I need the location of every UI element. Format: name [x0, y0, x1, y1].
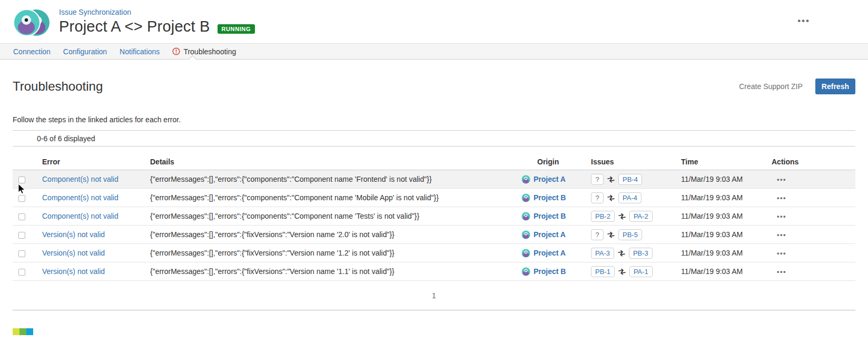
row-checkbox[interactable]	[18, 269, 25, 276]
app-header: Issue Synchronization Project A <> Proje…	[0, 0, 868, 43]
origin-project-link[interactable]: Project A	[534, 249, 566, 257]
column-header-error: Error	[42, 158, 150, 166]
error-details: {"errorMessages":[],"errors":{"fixVersio…	[150, 267, 519, 276]
row-checkbox[interactable]	[18, 177, 25, 183]
issue-badge-right[interactable]: PB-4	[618, 174, 642, 185]
warning-icon	[172, 47, 180, 55]
tab-bar: Connection Configuration Notifications T…	[0, 43, 868, 60]
error-details: {"errorMessages":[],"errors":{"fixVersio…	[150, 249, 519, 257]
error-link[interactable]: Version(s) not valid	[42, 267, 105, 276]
error-link[interactable]: Component(s) not valid	[42, 212, 119, 220]
issue-badge-right[interactable]: PA-1	[629, 266, 653, 277]
tab-configuration[interactable]: Configuration	[63, 47, 107, 56]
pagination: 1	[13, 281, 855, 310]
displayed-count: 0-6 of 6 displayed	[37, 134, 95, 143]
column-header-origin: Origin	[519, 158, 590, 166]
issue-badge-left[interactable]: ?	[591, 192, 604, 203]
sync-arrows-icon	[618, 250, 625, 257]
row-actions-button[interactable]: •••	[777, 212, 786, 220]
errors-table: Error Details Origin Issues Time Actions…	[13, 154, 855, 281]
origin-project-link[interactable]: Project B	[534, 193, 566, 202]
table-header: Error Details Origin Issues Time Actions	[13, 154, 855, 170]
vendor-logo-icon	[13, 328, 855, 335]
table-row: Component(s) not valid {"errorMessages":…	[13, 189, 855, 207]
row-checkbox[interactable]	[18, 232, 25, 239]
issue-badge-left[interactable]: ?	[591, 174, 604, 185]
origin-project-link[interactable]: Project B	[534, 212, 566, 220]
error-details: {"errorMessages":[],"errors":{"fixVersio…	[150, 230, 519, 239]
row-time: 11/Mar/19 9:03 AM	[677, 193, 769, 202]
tab-connection[interactable]: Connection	[13, 47, 51, 56]
error-details: {"errorMessages":[],"errors":{"component…	[150, 175, 519, 183]
project-logo-icon	[521, 175, 530, 184]
active-tab-notch	[189, 55, 197, 64]
sync-arrows-icon	[607, 231, 615, 238]
error-details: {"errorMessages":[],"errors":{"component…	[150, 212, 519, 220]
refresh-button[interactable]: Refresh	[815, 79, 855, 94]
page-description: Follow the steps in the linked articles …	[13, 115, 855, 124]
column-header-details: Details	[150, 158, 519, 166]
origin-project-link[interactable]: Project A	[534, 230, 566, 239]
table-row: Version(s) not valid {"errorMessages":[]…	[13, 226, 855, 244]
vendor-logo-square-2	[19, 328, 26, 335]
project-logo-icon	[521, 267, 530, 276]
vendor-logo-square-3	[26, 328, 33, 335]
issue-badge-left[interactable]: PA-3	[591, 248, 614, 259]
sync-arrows-icon	[618, 268, 626, 275]
row-actions-button[interactable]: •••	[777, 231, 786, 239]
page-title: Troubleshooting	[13, 79, 103, 94]
row-actions-button[interactable]: •••	[777, 194, 786, 202]
row-checkbox[interactable]	[18, 195, 25, 202]
row-time: 11/Mar/19 9:03 AM	[677, 230, 769, 239]
error-link[interactable]: Component(s) not valid	[42, 193, 119, 202]
column-header-issues: Issues	[590, 158, 677, 166]
project-logo-icon	[521, 230, 530, 239]
row-time: 11/Mar/19 9:03 AM	[677, 267, 769, 276]
row-actions-button[interactable]: •••	[777, 268, 786, 276]
pagination-page-1[interactable]: 1	[429, 291, 439, 300]
error-link[interactable]: Component(s) not valid	[42, 175, 119, 183]
app-logo-icon	[13, 7, 51, 38]
issue-badge-right[interactable]: PB-5	[618, 229, 642, 240]
create-support-zip-button[interactable]: Create Support ZIP	[739, 82, 803, 91]
issue-badge-right[interactable]: PA-4	[618, 192, 642, 203]
status-badge: RUNNING	[218, 24, 255, 34]
row-checkbox[interactable]	[18, 213, 25, 220]
issue-badge-right[interactable]: PA-2	[629, 211, 653, 222]
page-main-title: Project A <> Project B	[59, 18, 210, 35]
issue-badge-left[interactable]: PB-1	[591, 266, 615, 277]
issue-badge-left[interactable]: PB-2	[591, 211, 615, 222]
error-link[interactable]: Version(s) not valid	[42, 249, 105, 257]
project-logo-icon	[521, 193, 530, 202]
table-row: Version(s) not valid {"errorMessages":[]…	[13, 262, 855, 281]
vendor-logo-square-1	[13, 328, 19, 335]
row-time: 11/Mar/19 9:03 AM	[677, 249, 769, 257]
app-label[interactable]: Issue Synchronization	[59, 7, 255, 17]
error-link[interactable]: Version(s) not valid	[42, 230, 105, 239]
origin-project-link[interactable]: Project B	[534, 267, 566, 276]
issue-badge-right[interactable]: PB-3	[629, 248, 653, 259]
row-checkbox[interactable]	[18, 250, 25, 257]
table-row: Version(s) not valid {"errorMessages":[]…	[13, 244, 855, 262]
tab-troubleshooting[interactable]: Troubleshooting	[172, 47, 236, 56]
table-row: Component(s) not valid {"errorMessages":…	[13, 170, 855, 189]
overflow-menu-button[interactable]: •••	[797, 16, 810, 26]
tab-notifications[interactable]: Notifications	[120, 47, 160, 56]
error-details: {"errorMessages":[],"errors":{"component…	[150, 193, 519, 202]
sync-arrows-icon	[607, 176, 615, 183]
row-actions-button[interactable]: •••	[777, 175, 786, 183]
sync-arrows-icon	[607, 194, 615, 201]
project-logo-icon	[521, 212, 530, 221]
column-header-time: Time	[677, 158, 769, 166]
table-body: Component(s) not valid {"errorMessages":…	[13, 170, 855, 281]
sync-arrows-icon	[618, 213, 626, 220]
row-time: 11/Mar/19 9:03 AM	[677, 175, 769, 183]
row-time: 11/Mar/19 9:03 AM	[677, 212, 769, 220]
origin-project-link[interactable]: Project A	[534, 175, 566, 183]
column-header-actions: Actions	[769, 158, 855, 166]
issue-badge-left[interactable]: ?	[591, 229, 604, 240]
row-actions-button[interactable]: •••	[777, 249, 786, 257]
table-row: Component(s) not valid {"errorMessages":…	[13, 207, 855, 226]
project-logo-icon	[521, 249, 530, 258]
